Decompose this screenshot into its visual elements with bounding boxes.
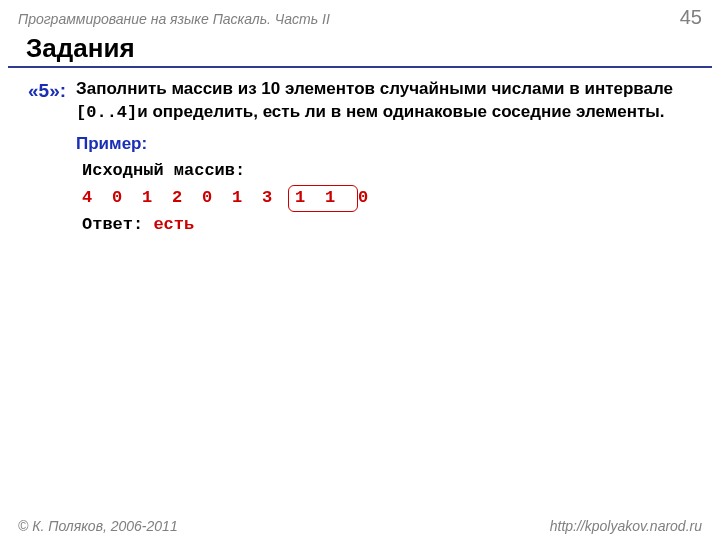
task-interval: [0..4] <box>76 103 137 122</box>
array-label: Исходный массив: <box>82 160 692 183</box>
grade-label: «5»: <box>28 78 66 104</box>
slide-title: Задания <box>8 29 712 68</box>
array-element: 1 <box>325 187 355 210</box>
footer-url: http://kpolyakov.narod.ru <box>550 518 702 534</box>
page-number: 45 <box>680 6 702 29</box>
array-element: 0 <box>358 187 388 210</box>
task-text-part2: и определить, есть ли в нем одинаковые с… <box>137 102 664 121</box>
content-area: «5»: Заполнить массив из 10 элементов сл… <box>0 78 720 237</box>
array-element: 2 <box>172 187 202 210</box>
array-element: 0 <box>202 187 232 210</box>
example-label: Пример: <box>76 133 692 156</box>
answer-label: Ответ: <box>82 215 153 234</box>
array-element: 1 <box>295 187 325 210</box>
answer-line: Ответ: есть <box>82 214 692 237</box>
task-text: Заполнить массив из 10 элементов случайн… <box>76 78 692 125</box>
array-element: 1 <box>232 187 262 210</box>
footer-copyright: © К. Поляков, 2006-2011 <box>18 518 178 534</box>
highlight-box: 11 <box>288 185 358 212</box>
array-element: 0 <box>112 187 142 210</box>
example-block: Пример: Исходный массив: 4012013110 Отве… <box>76 133 692 237</box>
slide-header: Программирование на языке Паскаль. Часть… <box>0 0 720 29</box>
answer-value: есть <box>153 215 194 234</box>
array-element: 1 <box>142 187 172 210</box>
task-text-part1: Заполнить массив из 10 элементов случайн… <box>76 79 673 98</box>
array-element: 4 <box>82 187 112 210</box>
course-title: Программирование на языке Паскаль. Часть… <box>18 11 330 27</box>
task-block: «5»: Заполнить массив из 10 элементов сл… <box>28 78 692 125</box>
slide-footer: © К. Поляков, 2006-2011 http://kpolyakov… <box>0 518 720 534</box>
array-row: 4012013110 <box>82 185 692 212</box>
